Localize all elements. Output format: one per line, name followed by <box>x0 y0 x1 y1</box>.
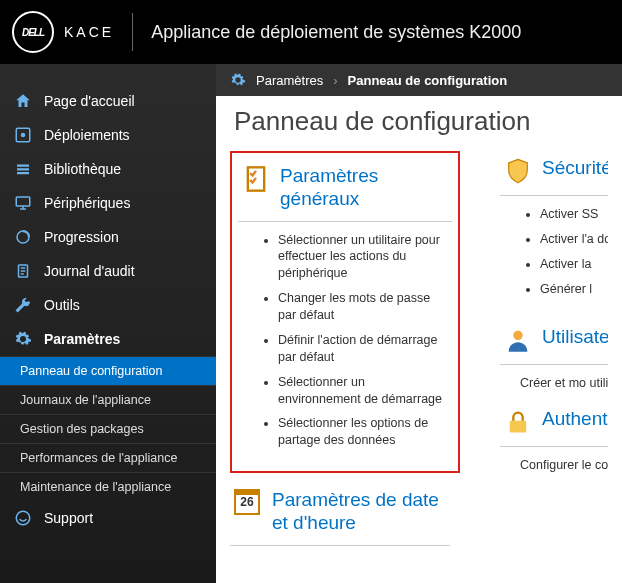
panel-title: Paramètres généraux <box>280 165 448 211</box>
sidebar-item-home[interactable]: Page d'accueil <box>0 84 216 118</box>
sidebar-item-audit[interactable]: Journal d'audit <box>0 254 216 288</box>
list-item: Générer l <box>540 281 608 298</box>
panel-title: Authent utilisateu <box>542 408 608 431</box>
deploy-icon <box>14 126 32 144</box>
dell-logo: DELL <box>12 11 54 53</box>
lock-icon <box>504 408 532 436</box>
list-item: Activer la <box>540 256 608 273</box>
checklist-icon <box>242 165 270 193</box>
chevron-right-icon: › <box>333 73 337 88</box>
breadcrumb: Paramètres › Panneau de configuration <box>216 64 622 96</box>
monitor-icon <box>14 194 32 212</box>
sidebar-sub-appliance-maint[interactable]: Maintenance de l'appliance <box>0 472 216 501</box>
sidebar: Page d'accueil Déploiements Bibliothèque… <box>0 64 216 583</box>
svg-rect-2 <box>17 165 29 167</box>
sidebar-item-label: Progression <box>44 229 119 245</box>
calendar-icon: 26 <box>234 489 262 517</box>
brand-name: KACE <box>64 24 114 40</box>
panel-auth[interactable]: Authent utilisateu Configurer le confian… <box>500 402 608 475</box>
panel-title: Utilisate <box>542 326 608 349</box>
panel-general-settings[interactable]: Paramètres généraux Sélectionner un util… <box>230 151 460 473</box>
sidebar-sub-control-panel[interactable]: Panneau de configuration <box>0 356 216 385</box>
list-item: Sélectionner les options de partage des … <box>278 415 448 449</box>
sidebar-item-label: Outils <box>44 297 80 313</box>
sidebar-sub-package-mgmt[interactable]: Gestion des packages <box>0 414 216 443</box>
gear-icon <box>14 330 32 348</box>
sidebar-sub-appliance-perf[interactable]: Performances de l'appliance <box>0 443 216 472</box>
sidebar-item-devices[interactable]: Périphériques <box>0 186 216 220</box>
svg-rect-3 <box>17 168 29 170</box>
list-item: Changer les mots de passe par défaut <box>278 290 448 324</box>
panel-desc: Configurer le confiance av <box>500 447 608 475</box>
svg-point-10 <box>513 330 522 339</box>
sidebar-item-label: Bibliothèque <box>44 161 121 177</box>
list-item: Activer SS <box>540 206 608 223</box>
progress-icon <box>14 228 32 246</box>
svg-rect-11 <box>510 421 526 433</box>
sidebar-item-label: Support <box>44 510 93 526</box>
svg-point-8 <box>16 511 30 525</box>
gear-icon <box>230 72 246 88</box>
breadcrumb-root[interactable]: Paramètres <box>256 73 323 88</box>
sidebar-item-progress[interactable]: Progression <box>0 220 216 254</box>
app-title: Appliance de déploiement de systèmes K20… <box>151 22 521 43</box>
panel-list: Sélectionner un utilitaire pour effectue… <box>238 222 452 462</box>
clipboard-icon <box>14 262 32 280</box>
sidebar-item-library[interactable]: Bibliothèque <box>0 152 216 186</box>
panel-security[interactable]: Sécurité Activer SS Activer l'a données … <box>500 151 608 310</box>
home-icon <box>14 92 32 110</box>
panel-users[interactable]: Utilisate Créer et mo utilisateur <box>500 320 608 393</box>
breadcrumb-current: Panneau de configuration <box>348 73 508 88</box>
sidebar-item-label: Journal d'audit <box>44 263 135 279</box>
content-area: Paramètres › Panneau de configuration Pa… <box>216 64 622 583</box>
svg-point-1 <box>21 133 26 138</box>
sidebar-item-support[interactable]: Support <box>0 501 216 535</box>
sidebar-sub-appliance-logs[interactable]: Journaux de l'appliance <box>0 385 216 414</box>
svg-rect-5 <box>16 197 30 206</box>
list-item: Définir l'action de démarrage par défaut <box>278 332 448 366</box>
panel-title: Sécurité <box>542 157 608 180</box>
sidebar-item-tools[interactable]: Outils <box>0 288 216 322</box>
panel-datetime[interactable]: 26 Paramètres de date et d'heure <box>230 483 450 546</box>
list-item: Sélectionner un environnement de démarra… <box>278 374 448 408</box>
sidebar-item-label: Page d'accueil <box>44 93 135 109</box>
library-icon <box>14 160 32 178</box>
sidebar-item-label: Déploiements <box>44 127 130 143</box>
panel-desc: Créer et mo utilisateur <box>500 365 608 393</box>
sidebar-item-label: Périphériques <box>44 195 130 211</box>
user-icon <box>504 326 532 354</box>
sidebar-item-label: Paramètres <box>44 331 120 347</box>
sidebar-item-deployments[interactable]: Déploiements <box>0 118 216 152</box>
list-item: Sélectionner un utilitaire pour effectue… <box>278 232 448 283</box>
shield-icon <box>504 157 532 185</box>
wrench-icon <box>14 296 32 314</box>
separator <box>132 13 133 51</box>
list-item: Activer l'a données e <box>540 231 608 248</box>
panel-title: Paramètres de date et d'heure <box>272 489 446 535</box>
page-title: Panneau de configuration <box>216 96 622 143</box>
top-bar: DELL KACE Appliance de déploiement de sy… <box>0 0 622 64</box>
support-icon <box>14 509 32 527</box>
sidebar-item-settings[interactable]: Paramètres <box>0 322 216 356</box>
panel-list: Activer SS Activer l'a données e Activer… <box>500 196 608 310</box>
svg-rect-4 <box>17 172 29 174</box>
